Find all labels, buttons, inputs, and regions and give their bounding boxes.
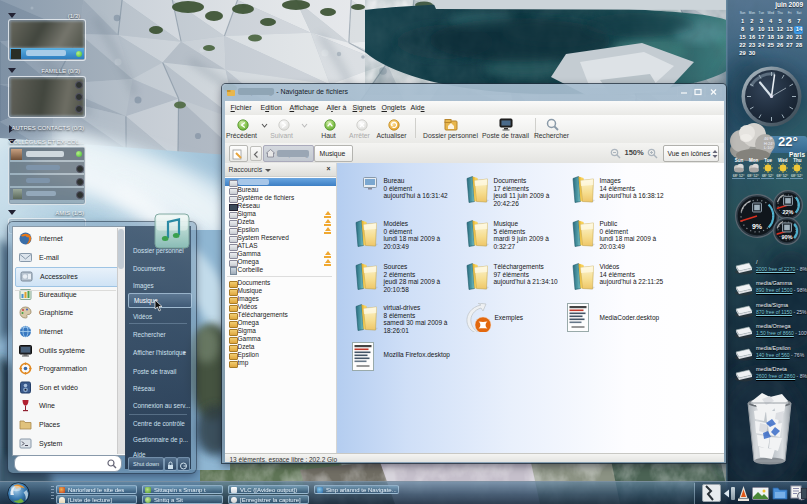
svg-text:22%: 22% — [782, 209, 793, 215]
svg-text:9%: 9% — [752, 223, 763, 230]
svg-text:90%: 90% — [781, 234, 792, 240]
